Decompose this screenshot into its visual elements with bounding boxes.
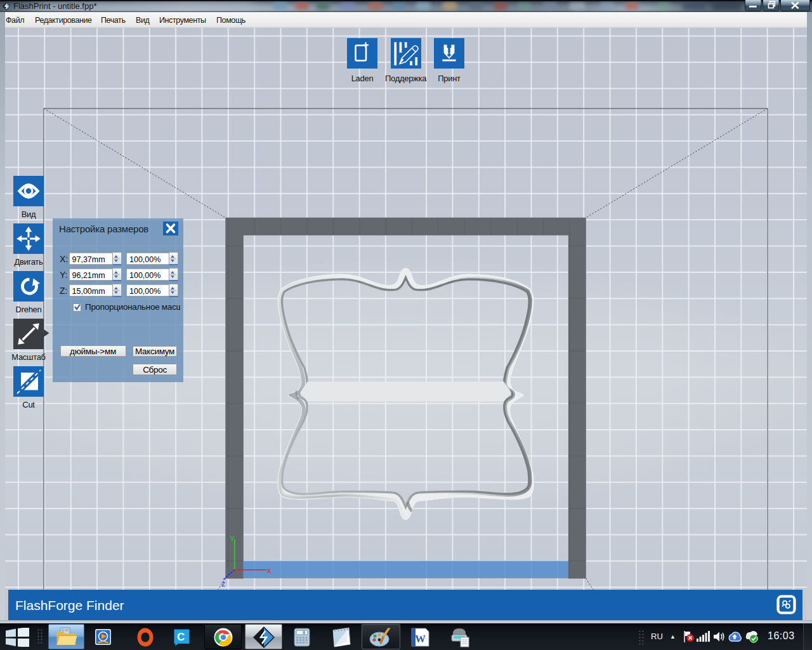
svg-text:x: x [267,566,271,575]
svg-text:Y: Y [230,534,235,543]
svg-text:z: z [221,580,225,588]
svg-text:0: 0 [303,630,305,635]
svg-text:C: C [177,631,185,643]
svg-text:W: W [415,633,426,645]
